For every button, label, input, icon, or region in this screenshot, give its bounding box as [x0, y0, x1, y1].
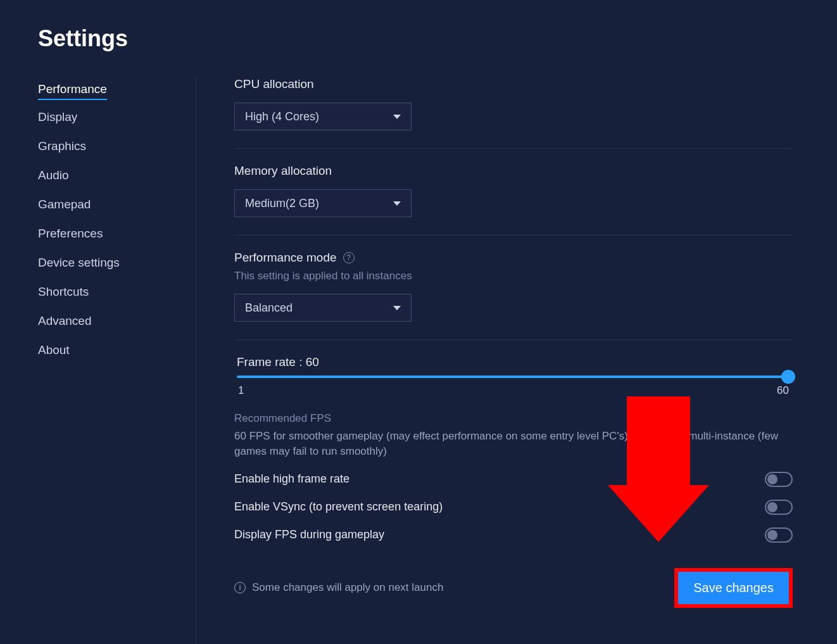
sidebar-item-graphics[interactable]: Graphics: [38, 134, 86, 158]
annotation-highlight: Save changes: [674, 568, 793, 608]
toggle-vsync-label: Enable VSync (to prevent screen tearing): [234, 500, 443, 514]
page-title: Settings: [38, 25, 799, 52]
memory-label: Memory allocation: [234, 164, 793, 178]
footer-info: Some changes will apply on next launch: [252, 581, 443, 594]
frame-rate-label: Frame rate : 60: [234, 355, 793, 369]
memory-select-value: Medium(2 GB): [245, 197, 319, 210]
sidebar-item-device-settings[interactable]: Device settings: [38, 251, 120, 275]
perfmode-select[interactable]: Balanced: [234, 294, 412, 322]
toggle-high-frame[interactable]: [765, 472, 793, 487]
sidebar-item-audio[interactable]: Audio: [38, 163, 69, 187]
sidebar-item-about[interactable]: About: [38, 338, 70, 362]
help-icon[interactable]: ?: [343, 252, 355, 263]
frame-rate-slider[interactable]: [237, 376, 790, 378]
chevron-down-icon: [393, 306, 401, 310]
recommended-body: 60 FPS for smoother gameplay (may effect…: [234, 429, 793, 459]
cpu-label: CPU allocation: [234, 77, 793, 91]
save-button[interactable]: Save changes: [678, 572, 789, 604]
sidebar-item-gamepad[interactable]: Gamepad: [38, 193, 91, 217]
content: CPU allocation High (4 Cores) Memory all…: [196, 77, 799, 644]
cpu-select-value: High (4 Cores): [245, 110, 319, 123]
sidebar-item-preferences[interactable]: Preferences: [38, 222, 103, 246]
cpu-select[interactable]: High (4 Cores): [234, 103, 412, 130]
perfmode-select-value: Balanced: [245, 301, 293, 315]
slider-thumb[interactable]: [781, 370, 795, 384]
sidebar-item-shortcuts[interactable]: Shortcuts: [38, 280, 89, 304]
sidebar: Performance Display Graphics Audio Gamep…: [38, 77, 196, 644]
perfmode-label-text: Performance mode: [234, 251, 337, 265]
perfmode-subtext: This setting is applied to all instances: [234, 270, 793, 282]
toggle-show-fps[interactable]: [765, 527, 793, 543]
sidebar-item-advanced[interactable]: Advanced: [38, 309, 92, 333]
toggle-vsync[interactable]: [765, 500, 793, 515]
perfmode-label: Performance mode ?: [234, 251, 793, 265]
memory-select[interactable]: Medium(2 GB): [234, 189, 412, 217]
toggle-show-fps-label: Display FPS during gameplay: [234, 528, 384, 541]
toggle-high-frame-label: Enable high frame rate: [234, 472, 349, 486]
sidebar-item-display[interactable]: Display: [38, 105, 77, 129]
info-icon: i: [234, 582, 246, 593]
slider-max: 60: [777, 384, 789, 397]
chevron-down-icon: [393, 115, 401, 119]
chevron-down-icon: [393, 201, 401, 206]
slider-min: 1: [238, 384, 244, 397]
recommended-title: Recommended FPS: [234, 412, 793, 425]
sidebar-item-performance[interactable]: Performance: [38, 77, 107, 100]
